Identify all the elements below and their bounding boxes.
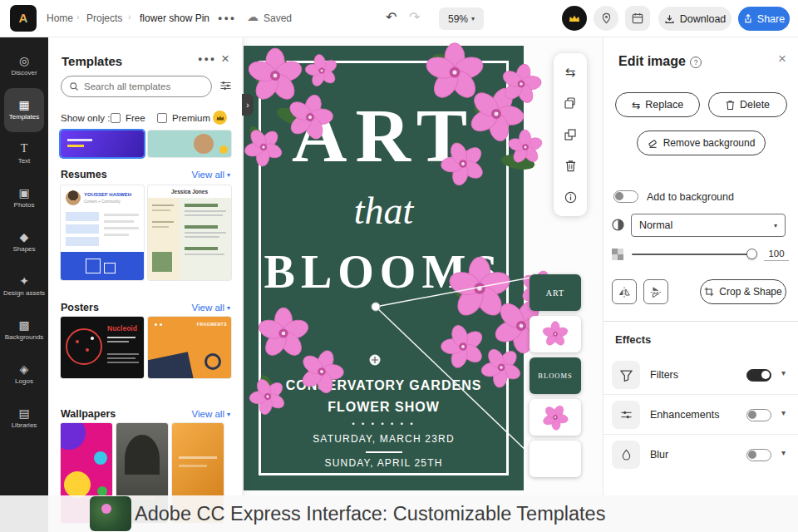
pin-date-line2[interactable]: SUNDAY, APRIL 25TH — [244, 457, 524, 469]
premium-crown-badge — [213, 111, 227, 125]
resume-template-2[interactable]: Jessica Jones — [148, 185, 231, 280]
pin-artboard[interactable]: ART that BLOOMS CONSERVATORY GARDENS FLO… — [244, 46, 524, 490]
opacity-value-input[interactable]: 100 — [764, 249, 789, 261]
text-icon: T — [21, 143, 28, 155]
breadcrumb-projects[interactable]: Projects — [86, 12, 122, 24]
opacity-icon — [612, 249, 623, 264]
template-thumb-cropped-1[interactable] — [61, 131, 144, 157]
layer-thumb-art[interactable]: ART — [530, 274, 581, 311]
replace-button[interactable]: ⇆ Replace — [615, 92, 700, 117]
crop-shape-button[interactable]: Crop & Shape — [700, 279, 786, 304]
sidebar-item-logos[interactable]: ◈Logos — [0, 352, 48, 397]
enhancements-toggle[interactable] — [746, 409, 771, 421]
panel-close-button[interactable]: × — [221, 51, 229, 67]
pin-title-art[interactable]: ART — [244, 97, 524, 174]
remove-background-button[interactable]: Remove background — [637, 131, 766, 155]
decor — [185, 204, 218, 207]
add-to-background-toggle[interactable] — [613, 190, 638, 203]
share-button[interactable]: Share — [738, 7, 790, 31]
premium-label: Premium — [172, 113, 210, 123]
arrange-button[interactable] — [557, 121, 584, 148]
sidebar-item-templates[interactable]: ▦Templates — [4, 88, 44, 132]
chevron-down-icon[interactable]: ▾ — [781, 368, 786, 377]
free-checkbox[interactable] — [111, 113, 121, 123]
download-label: Download — [680, 13, 727, 25]
filters-toggle[interactable] — [746, 369, 771, 382]
chevron-down-icon[interactable]: ▾ — [781, 408, 786, 417]
blur-toggle[interactable] — [746, 449, 771, 461]
enhancements-row[interactable]: Enhancements ▾ — [603, 395, 798, 435]
wallpapers-view-all[interactable]: View all▾ — [192, 409, 230, 419]
help-icon[interactable]: ? — [690, 57, 702, 68]
resumes-view-all[interactable]: View all▾ — [192, 170, 230, 180]
sidebar-item-text[interactable]: TText — [0, 132, 48, 176]
layer-thumb-blooms[interactable]: BLOOMS — [530, 357, 581, 394]
delete-layer-button[interactable] — [557, 153, 584, 180]
blend-mode-icon — [612, 219, 624, 234]
decor — [185, 254, 224, 255]
template-thumb-cropped-2[interactable] — [148, 131, 231, 157]
more-options-button[interactable]: ●●● — [218, 14, 236, 22]
undo-button[interactable]: ↶ — [386, 9, 397, 25]
flip-vertical-button[interactable] — [643, 279, 668, 304]
panel-collapse-button[interactable]: › — [242, 94, 254, 116]
poster-template-2[interactable]: FRAGMENTS — [148, 317, 231, 378]
resume-template-1[interactable]: YOUSSEF HASWEH Content + Community — [61, 185, 144, 280]
sidebar-item-backgrounds[interactable]: ▩Backgrounds — [0, 308, 48, 352]
opacity-slider-knob[interactable] — [746, 249, 757, 259]
flip-vertical-icon — [651, 285, 662, 298]
info-button[interactable] — [557, 184, 584, 210]
decor — [185, 214, 223, 216]
ideas-pin-button[interactable] — [594, 6, 618, 31]
delete-button[interactable]: Delete — [708, 92, 787, 117]
decor — [76, 340, 79, 343]
search-filter-button[interactable] — [219, 80, 232, 95]
decor — [91, 337, 94, 340]
sidebar-item-shapes[interactable]: ◆Shapes — [0, 220, 48, 264]
premium-crown-button[interactable] — [562, 6, 587, 31]
flip-horizontal-button[interactable] — [612, 279, 637, 304]
caption-flower-dot — [101, 504, 111, 514]
search-input[interactable] — [84, 81, 211, 91]
backgrounds-icon: ▩ — [18, 319, 29, 331]
decor — [152, 252, 172, 272]
layer-thumb-blank[interactable] — [530, 441, 581, 477]
zoom-dropdown[interactable]: 59% ▾ — [439, 7, 484, 30]
sidebar-item-design-assets[interactable]: ✦Design assets — [0, 264, 48, 308]
blend-mode-select[interactable]: Normal ▾ — [631, 214, 786, 237]
panel-more-button[interactable]: ●●● — [198, 55, 216, 63]
opacity-slider-track[interactable] — [632, 254, 753, 255]
blur-row[interactable]: Blur ▾ — [603, 435, 798, 475]
pin-title-that[interactable]: that — [244, 192, 524, 230]
download-button[interactable]: Download — [658, 7, 732, 31]
premium-checkbox[interactable] — [157, 113, 167, 123]
poster-template-1[interactable]: Nucleoid — [61, 317, 144, 378]
duplicate-button[interactable] — [557, 90, 584, 116]
sidebar-item-photos[interactable]: ▣Photos — [0, 176, 48, 220]
decor — [64, 471, 91, 498]
sidebar-item-libraries[interactable]: ▤Libraries — [0, 397, 48, 441]
search-box[interactable] — [61, 76, 212, 97]
pin-date-line1[interactable]: SATURDAY, MARCH 23RD — [244, 433, 524, 445]
edit-panel-close-button[interactable]: × — [778, 51, 786, 67]
adobe-express-logo[interactable]: A — [10, 5, 37, 32]
sidebar-item-discover[interactable]: ◎Discover — [0, 44, 48, 88]
pin-venue-line2[interactable]: FLOWER SHOW — [244, 400, 524, 415]
decor — [104, 263, 116, 273]
pin-venue-line1[interactable]: CONSERVATORY GARDENS — [244, 378, 524, 393]
breadcrumb-home[interactable]: Home — [47, 12, 73, 24]
swap-horizontal-button[interactable]: ⇆ — [557, 59, 584, 86]
redo-button[interactable]: ↷ — [409, 9, 420, 25]
layer-thumb-flowers-2[interactable] — [530, 399, 581, 436]
decor — [107, 353, 139, 355]
schedule-button[interactable] — [625, 6, 650, 31]
posters-view-all[interactable]: View all▾ — [192, 303, 230, 313]
chevron-down-icon: ▾ — [774, 222, 777, 229]
chevron-down-icon[interactable]: ▾ — [781, 448, 786, 457]
libraries-icon: ▤ — [18, 407, 29, 419]
pin-title-blooms[interactable]: BLOOMS — [244, 249, 524, 295]
layer-thumb-flowers-1[interactable] — [530, 316, 581, 352]
edit-panel-title: Edit image — [618, 54, 686, 69]
decor — [185, 225, 218, 229]
filters-row[interactable]: Filters ▾ — [603, 355, 798, 395]
